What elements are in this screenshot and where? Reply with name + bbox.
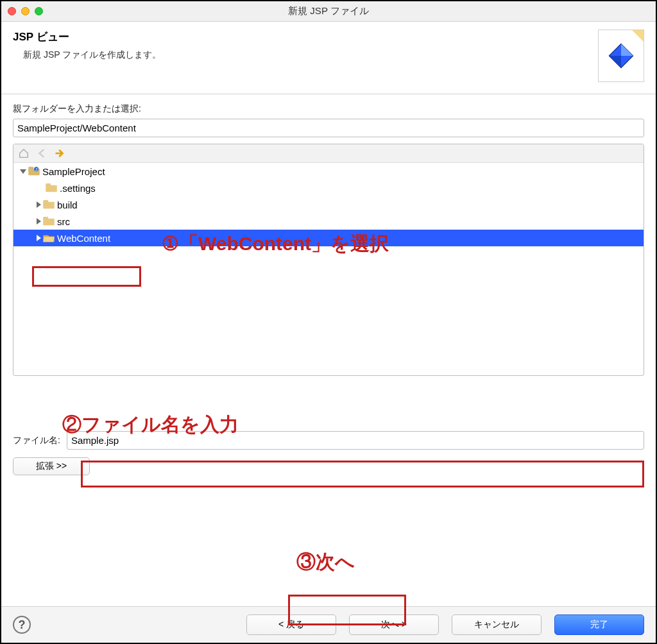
wizard-subtitle: 新規 JSP ファイルを作成します。 <box>23 49 598 61</box>
back-icon[interactable] <box>35 147 48 160</box>
folder-icon <box>43 217 55 226</box>
folder-open-icon <box>43 233 55 242</box>
expand-toggle-icon[interactable] <box>37 218 41 225</box>
tree-label: src <box>57 216 70 227</box>
wizard-footer: ? < 戻る 次へ > キャンセル 完了 <box>1 606 656 643</box>
tree-item-src[interactable]: src <box>13 213 644 230</box>
annotation-step3: ③次へ <box>296 549 355 575</box>
next-button[interactable]: 次へ > <box>349 614 439 635</box>
help-button[interactable]: ? <box>13 616 31 634</box>
wizard-title: JSP ビュー <box>13 30 598 44</box>
svg-rect-10 <box>43 200 48 203</box>
wizard-header: JSP ビュー 新規 JSP ファイルを作成します。 <box>1 22 656 94</box>
tree-label: build <box>57 199 78 210</box>
svg-rect-8 <box>46 183 51 186</box>
finish-button[interactable]: 完了 <box>554 614 644 635</box>
svg-rect-12 <box>43 217 48 219</box>
tree-label: .settings <box>60 183 96 194</box>
expand-toggle-icon[interactable] <box>37 235 41 241</box>
tree-item-webcontent[interactable]: WebContent <box>13 230 644 246</box>
expand-toggle-icon[interactable] <box>37 201 41 208</box>
tree-item-settings[interactable]: .settings <box>13 180 644 196</box>
jsp-file-icon <box>598 30 644 82</box>
cancel-button[interactable]: キャンセル <box>452 614 542 635</box>
expand-toggle-icon[interactable] <box>20 169 26 174</box>
forward-icon[interactable] <box>53 147 66 160</box>
tree-label: WebContent <box>57 233 110 244</box>
svg-text:J: J <box>35 167 37 171</box>
expand-button[interactable]: 拡張 >> <box>13 457 90 475</box>
filename-label: ファイル名: <box>13 435 60 446</box>
project-icon: J <box>28 167 40 176</box>
filename-input[interactable] <box>67 431 644 450</box>
parent-folder-input[interactable] <box>13 119 644 137</box>
tree-item-project-root[interactable]: J SampleProject <box>13 163 644 180</box>
tree-label: SampleProject <box>42 166 105 177</box>
parent-folder-label: 親フォルダーを入力または選択: <box>13 103 644 115</box>
window-titlebar: 新規 JSP ファイル <box>1 1 656 22</box>
back-button[interactable]: < 戻る <box>246 614 336 635</box>
home-icon[interactable] <box>17 147 30 160</box>
window-title: 新規 JSP ファイル <box>1 5 656 17</box>
svg-rect-4 <box>28 167 33 169</box>
folder-tree[interactable]: J SampleProject .settings build <box>13 144 644 376</box>
tree-item-build[interactable]: build <box>13 196 644 213</box>
folder-icon <box>46 183 57 192</box>
tree-toolbar <box>13 144 644 163</box>
folder-icon <box>43 200 55 209</box>
